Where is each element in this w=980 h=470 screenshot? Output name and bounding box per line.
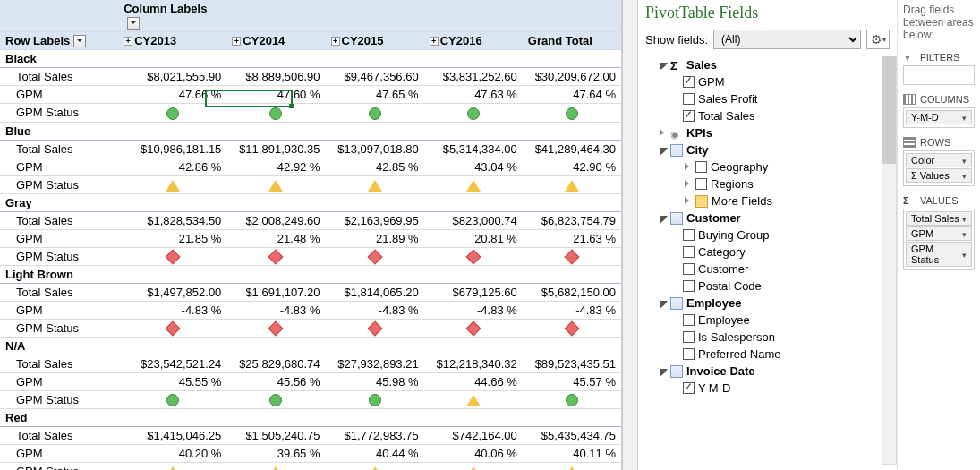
field-label[interactable]: Sales Profit: [698, 92, 757, 106]
field-label[interactable]: Preferred Name: [698, 347, 780, 361]
tree-twisty[interactable]: [658, 129, 667, 138]
expand-icon[interactable]: +: [430, 37, 439, 46]
field-checkbox[interactable]: [695, 161, 707, 173]
tree-twisty[interactable]: [683, 197, 692, 206]
value-cell[interactable]: 45.55 %: [118, 372, 226, 390]
value-cell[interactable]: -4.83 %: [326, 301, 424, 319]
col-cy2016[interactable]: +CY2016: [424, 31, 523, 50]
area-field-pill[interactable]: Y-M-D: [906, 110, 972, 124]
measure-label[interactable]: Total Sales: [0, 211, 118, 229]
status-cell[interactable]: [326, 319, 424, 337]
measure-label[interactable]: GPM Status: [0, 390, 118, 409]
status-cell[interactable]: [523, 104, 621, 123]
tree-twisty[interactable]: [658, 61, 667, 70]
measure-label[interactable]: GPM: [0, 86, 118, 104]
group-row[interactable]: N/A: [0, 337, 621, 355]
status-cell[interactable]: [424, 104, 523, 123]
value-cell[interactable]: 39.65 %: [226, 445, 325, 463]
value-cell[interactable]: -4.83 %: [523, 301, 621, 319]
value-cell[interactable]: 47.64 %: [523, 86, 621, 104]
status-cell[interactable]: [118, 175, 226, 193]
status-cell[interactable]: [326, 463, 424, 470]
area-field-pill[interactable]: Color: [906, 153, 972, 167]
measure-label[interactable]: Total Sales: [0, 68, 118, 86]
value-cell[interactable]: 44.66 %: [424, 372, 523, 390]
value-cell[interactable]: $11,891,930.35: [226, 140, 325, 158]
status-cell[interactable]: [523, 463, 621, 470]
status-cell[interactable]: [226, 247, 325, 265]
status-cell[interactable]: [326, 390, 424, 409]
status-cell[interactable]: [424, 390, 523, 409]
status-cell[interactable]: [424, 463, 523, 470]
area-field-pill[interactable]: Σ Values: [906, 168, 972, 183]
filters-dropzone[interactable]: [903, 65, 975, 85]
status-cell[interactable]: [226, 175, 325, 193]
tree-node-label[interactable]: Customer: [686, 211, 741, 225]
value-cell[interactable]: 47.63 %: [424, 86, 523, 104]
value-cell[interactable]: 40.44 %: [326, 445, 424, 463]
value-cell[interactable]: $23,542,521.24: [118, 355, 226, 372]
value-cell[interactable]: $41,289,464.30: [523, 140, 621, 158]
value-cell[interactable]: -4.83 %: [118, 301, 226, 319]
value-cell[interactable]: 40.06 %: [424, 445, 523, 463]
column-filter-dropdown[interactable]: [127, 17, 140, 30]
field-checkbox[interactable]: [683, 314, 695, 326]
field-label[interactable]: Customer: [698, 262, 748, 276]
tree-scrollbar[interactable]: [882, 56, 897, 465]
status-cell[interactable]: [118, 463, 226, 470]
measure-label[interactable]: GPM: [0, 301, 118, 319]
value-cell[interactable]: $10,986,181.15: [118, 140, 226, 158]
field-label[interactable]: Postal Code: [698, 279, 762, 293]
tree-twisty[interactable]: [658, 299, 667, 308]
group-row[interactable]: Gray: [0, 193, 621, 211]
expand-icon[interactable]: +: [124, 37, 132, 46]
tools-gear-button[interactable]: ⚙▾: [866, 30, 890, 49]
field-checkbox[interactable]: [683, 246, 695, 258]
group-row[interactable]: Red: [0, 409, 621, 427]
status-cell[interactable]: [424, 247, 523, 265]
value-cell[interactable]: 21.48 %: [226, 229, 325, 247]
field-checkbox[interactable]: [683, 280, 695, 292]
value-cell[interactable]: 21.85 %: [118, 229, 226, 247]
tree-node-label[interactable]: Employee: [686, 296, 741, 310]
value-cell[interactable]: $1,505,240.75: [226, 427, 325, 445]
value-cell[interactable]: 45.57 %: [523, 372, 621, 390]
field-label[interactable]: Employee: [698, 313, 750, 327]
value-cell[interactable]: $89,523,435.51: [523, 355, 621, 372]
measure-label[interactable]: GPM: [0, 445, 118, 463]
tree-twisty[interactable]: [658, 146, 667, 155]
status-cell[interactable]: [118, 104, 226, 123]
value-cell[interactable]: 43.04 %: [424, 158, 523, 175]
group-row[interactable]: Black: [0, 50, 621, 68]
value-cell[interactable]: 47.66 %: [118, 86, 226, 104]
value-cell[interactable]: -4.83 %: [424, 301, 523, 319]
value-cell[interactable]: $8,889,506.90: [226, 68, 325, 86]
status-cell[interactable]: [523, 319, 621, 337]
value-cell[interactable]: 42.92 %: [226, 158, 325, 175]
value-cell[interactable]: $30,209,672.00: [523, 68, 621, 86]
column-labels-cell[interactable]: Column Labels: [118, 0, 226, 31]
measure-label[interactable]: Total Sales: [0, 140, 118, 158]
value-cell[interactable]: -4.83 %: [226, 301, 325, 319]
value-cell[interactable]: 21.89 %: [326, 229, 424, 247]
measure-label[interactable]: Total Sales: [0, 283, 118, 301]
value-cell[interactable]: 21.63 %: [523, 229, 621, 247]
field-checkbox[interactable]: [683, 263, 695, 275]
status-cell[interactable]: [424, 175, 523, 193]
value-cell[interactable]: 42.85 %: [326, 158, 424, 175]
status-cell[interactable]: [118, 319, 226, 337]
col-cy2014[interactable]: +CY2014: [226, 31, 325, 50]
value-cell[interactable]: $27,932,893.21: [326, 355, 424, 372]
col-cy2013[interactable]: +CY2013: [118, 31, 226, 50]
value-cell[interactable]: $5,435,434.75: [523, 427, 621, 445]
status-cell[interactable]: [226, 390, 325, 409]
value-cell[interactable]: $1,691,107.20: [226, 283, 325, 301]
tree-twisty[interactable]: [658, 214, 667, 223]
field-label[interactable]: Category: [698, 245, 746, 259]
values-dropzone[interactable]: Total SalesGPMGPM Status: [903, 209, 975, 270]
field-checkbox[interactable]: [695, 178, 707, 190]
value-cell[interactable]: 42.90 %: [523, 158, 621, 175]
tree-twisty[interactable]: [683, 180, 692, 189]
measure-label[interactable]: GPM: [0, 158, 118, 175]
value-cell[interactable]: 40.20 %: [118, 445, 226, 463]
